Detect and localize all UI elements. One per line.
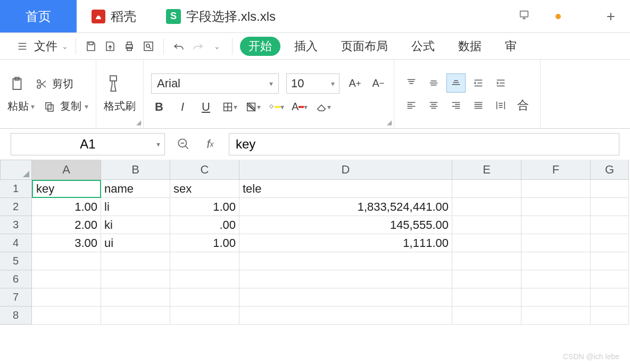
cell[interactable] xyxy=(170,288,239,307)
zoom-icon[interactable] xyxy=(176,136,192,152)
align-top-icon[interactable] xyxy=(402,73,421,93)
cell[interactable]: key xyxy=(32,180,101,198)
tab-file[interactable]: S 字段选择.xls.xls xyxy=(151,0,592,32)
new-tab-button[interactable]: + xyxy=(592,0,630,32)
column-header[interactable]: G xyxy=(591,160,629,180)
fx-icon[interactable]: fx xyxy=(202,136,218,152)
cell[interactable] xyxy=(452,198,521,216)
ribbon-tab-start[interactable]: 开始 xyxy=(240,37,280,56)
cell[interactable] xyxy=(452,234,521,252)
distribute-icon[interactable] xyxy=(491,96,510,115)
decrease-font-icon[interactable]: A− xyxy=(370,76,386,92)
tab-daoke[interactable]: 稻壳 xyxy=(77,0,151,32)
cell[interactable]: li xyxy=(101,198,170,216)
chevron-down-icon[interactable]: ▾ xyxy=(85,102,88,111)
italic-icon[interactable]: I xyxy=(175,99,190,115)
column-header[interactable]: A xyxy=(32,160,101,180)
cell[interactable] xyxy=(32,270,101,288)
decrease-indent-icon[interactable] xyxy=(469,73,488,93)
column-header[interactable]: E xyxy=(452,160,521,180)
paint-brush-icon[interactable] xyxy=(104,75,123,94)
align-center-icon[interactable] xyxy=(424,96,443,115)
cell[interactable]: 145,555.00 xyxy=(239,216,452,234)
merge-icon[interactable]: 合 xyxy=(513,96,533,115)
justify-icon[interactable] xyxy=(469,96,488,115)
save-icon[interactable] xyxy=(84,39,98,54)
file-menu[interactable]: 文件 ⌄ xyxy=(15,38,68,54)
align-right-icon[interactable] xyxy=(446,96,466,115)
paste-label[interactable]: 粘贴 xyxy=(7,99,29,113)
underline-icon[interactable]: U xyxy=(198,99,214,115)
cell[interactable] xyxy=(452,180,521,198)
row-header[interactable]: 8 xyxy=(0,307,32,325)
cell[interactable]: ki xyxy=(101,216,170,234)
cell[interactable] xyxy=(521,252,591,270)
clipboard-icon[interactable] xyxy=(7,75,27,94)
redo-icon[interactable] xyxy=(190,39,205,54)
row-header[interactable]: 2 xyxy=(0,198,32,216)
cell[interactable] xyxy=(32,307,101,325)
cell[interactable] xyxy=(521,307,591,325)
cell[interactable] xyxy=(591,198,629,216)
cell[interactable] xyxy=(239,307,452,325)
print-icon[interactable] xyxy=(122,39,137,54)
cell[interactable] xyxy=(239,270,452,288)
cell[interactable] xyxy=(521,198,591,216)
cell[interactable]: 1.00 xyxy=(170,234,239,252)
cell[interactable]: 2.00 xyxy=(32,216,101,234)
cell[interactable] xyxy=(170,307,239,325)
chevron-down-icon[interactable]: ▾ xyxy=(31,102,35,111)
cell[interactable] xyxy=(32,252,101,270)
cell[interactable]: sex xyxy=(170,180,239,198)
cell[interactable] xyxy=(170,270,239,288)
align-left-icon[interactable] xyxy=(402,96,421,115)
cell[interactable] xyxy=(591,234,629,252)
cell[interactable] xyxy=(101,252,170,270)
chevron-down-icon[interactable]: ⌄ xyxy=(210,39,225,54)
preview-icon[interactable] xyxy=(141,39,156,54)
column-header[interactable]: B xyxy=(101,160,170,180)
cell[interactable] xyxy=(101,307,170,325)
row-header[interactable]: 7 xyxy=(0,288,32,307)
dialog-launcher-icon[interactable]: ◢ xyxy=(136,119,141,126)
borders-icon[interactable]: ▾ xyxy=(221,99,237,115)
align-bottom-icon[interactable] xyxy=(446,73,466,93)
cell[interactable] xyxy=(101,270,170,288)
save-as-icon[interactable] xyxy=(103,39,118,54)
cell[interactable] xyxy=(452,252,521,270)
cell[interactable] xyxy=(239,252,452,270)
orientation-icon[interactable] xyxy=(513,73,533,93)
cell[interactable] xyxy=(521,180,591,198)
cell[interactable] xyxy=(32,288,101,307)
cell[interactable] xyxy=(521,234,591,252)
ribbon-tab-data[interactable]: 数据 xyxy=(449,38,491,54)
cell[interactable] xyxy=(521,270,591,288)
increase-indent-icon[interactable] xyxy=(491,73,510,93)
fill-pattern-icon[interactable]: ▾ xyxy=(245,99,261,115)
cell[interactable] xyxy=(591,288,629,307)
column-header[interactable]: F xyxy=(521,160,591,180)
ribbon-tab-insert[interactable]: 插入 xyxy=(285,38,327,54)
eraser-icon[interactable]: ▾ xyxy=(315,99,331,115)
align-middle-icon[interactable] xyxy=(424,73,443,93)
cell[interactable] xyxy=(521,288,591,307)
dialog-launcher-icon[interactable]: ◢ xyxy=(387,119,392,126)
copy-icon[interactable] xyxy=(42,99,57,114)
cell[interactable]: 3.00 xyxy=(32,234,101,252)
font-color-icon[interactable]: A▾ xyxy=(292,99,308,115)
row-header[interactable]: 3 xyxy=(0,216,32,234)
column-header[interactable]: C xyxy=(170,160,239,180)
formula-input[interactable]: key xyxy=(229,133,619,155)
cell[interactable]: name xyxy=(101,180,170,198)
cell[interactable]: 1.00 xyxy=(170,198,239,216)
cell[interactable] xyxy=(521,216,591,234)
row-header[interactable]: 5 xyxy=(0,252,32,270)
row-header[interactable]: 1 xyxy=(0,180,32,198)
cell[interactable] xyxy=(591,252,629,270)
scissors-icon[interactable] xyxy=(34,77,49,92)
undo-icon[interactable] xyxy=(171,39,186,54)
fill-color-icon[interactable]: ▾ xyxy=(268,99,284,115)
cell[interactable]: .00 xyxy=(170,216,239,234)
cell[interactable]: 1,833,524,441.00 xyxy=(239,198,452,216)
row-header[interactable]: 6 xyxy=(0,270,32,288)
